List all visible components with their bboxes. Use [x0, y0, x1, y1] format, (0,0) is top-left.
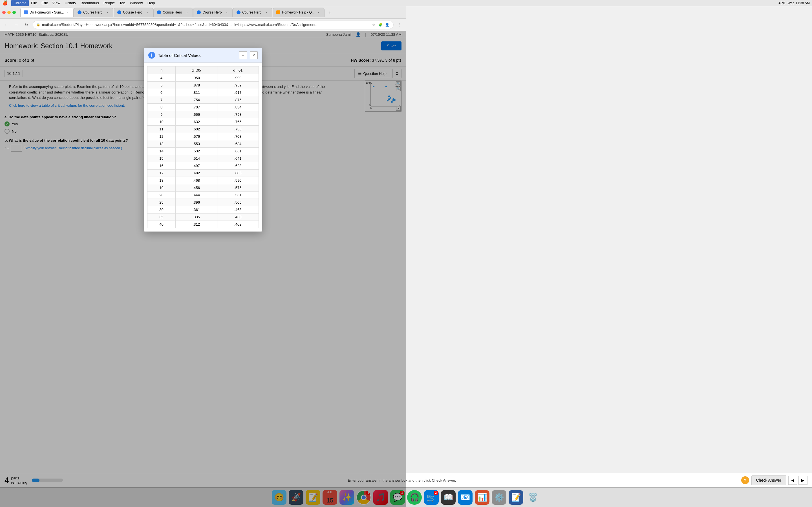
menubar-chrome[interactable]: Chrome [11, 0, 29, 6]
menubar-edit[interactable]: Edit [39, 0, 50, 6]
menubar-tab[interactable]: Tab [117, 0, 128, 6]
col-alpha01: .623 [217, 162, 259, 170]
menubar-history[interactable]: History [63, 0, 79, 6]
col-n: 15 [147, 155, 175, 162]
table-row: 20.444.561 [147, 191, 259, 199]
tab-label-4: Course Hero [163, 10, 183, 14]
col-header-alpha01: α=.01 [217, 66, 259, 74]
col-alpha05: .361 [175, 206, 217, 214]
tab-close-6[interactable]: × [264, 10, 269, 15]
profile-icon[interactable]: 👤 [384, 22, 390, 27]
col-n: 8 [147, 104, 175, 111]
col-alpha01: .561 [217, 191, 259, 199]
table-row: 19.456.575 [147, 184, 259, 191]
new-tab-button[interactable]: + [326, 9, 334, 17]
tab-favicon-1 [24, 10, 28, 14]
table-row: 25.396.505 [147, 199, 259, 206]
maximize-window-button[interactable] [12, 11, 16, 14]
menubar-file[interactable]: File [29, 0, 39, 6]
col-header-alpha05: α=.05 [175, 66, 217, 74]
col-n: 6 [147, 89, 175, 96]
col-n: 20 [147, 191, 175, 199]
col-n: 12 [147, 133, 175, 140]
browser-tab-2[interactable]: Course Hero × [74, 8, 113, 17]
tab-favicon-5 [197, 10, 201, 14]
browser-tab-6[interactable]: Course Hero × [233, 8, 272, 17]
browser-tab-4[interactable]: Course Hero × [153, 8, 193, 17]
col-n: 13 [147, 140, 175, 148]
table-row: 17.482.606 [147, 170, 259, 177]
col-alpha05: .576 [175, 133, 217, 140]
table-row: 12.576.708 [147, 133, 259, 140]
col-alpha01: .735 [217, 126, 259, 133]
col-alpha05: .950 [175, 74, 217, 82]
back-button[interactable]: ← [2, 21, 10, 29]
col-n: 4 [147, 74, 175, 82]
browser-tab-5[interactable]: Course Hero × [193, 8, 233, 17]
table-row: 10.632.765 [147, 118, 259, 126]
modal-minimize-button[interactable]: − [239, 51, 247, 59]
table-row: 6.811.917 [147, 89, 259, 96]
col-alpha05: .532 [175, 148, 217, 155]
modal-title: Table of Critical Values [158, 53, 236, 58]
modal-info-icon: i [148, 52, 155, 59]
col-n: 19 [147, 184, 175, 191]
modal-overlay: i Table of Critical Values − × n α=.05 α… [0, 31, 406, 507]
address-bar[interactable]: 🔒 mathxl.com/Student/PlayerHomework.aspx… [33, 20, 394, 29]
forward-button[interactable]: → [12, 21, 20, 29]
col-alpha05: .632 [175, 118, 217, 126]
tab-label-2: Course Hero [83, 10, 103, 14]
critical-values-table: n α=.05 α=.01 4.950.9905.878.9596.811.91… [147, 66, 259, 228]
col-alpha01: .661 [217, 148, 259, 155]
table-row: 9.666.798 [147, 111, 259, 118]
col-alpha01: .990 [217, 74, 259, 82]
bookmark-icon[interactable]: ☆ [371, 22, 376, 27]
col-alpha05: .456 [175, 184, 217, 191]
table-row: 5.878.959 [147, 82, 259, 89]
modal-body: n α=.05 α=.01 4.950.9905.878.9596.811.91… [144, 63, 262, 231]
table-row: 7.754.875 [147, 96, 259, 104]
col-header-n: n [147, 66, 175, 74]
tab-close-5[interactable]: × [224, 10, 229, 15]
col-alpha05: .754 [175, 96, 217, 104]
tab-close-7[interactable]: × [316, 10, 321, 15]
tab-label-1: Do Homework - Sum... [30, 10, 64, 14]
table-row: 18.468.590 [147, 177, 259, 184]
col-n: 7 [147, 96, 175, 104]
col-alpha01: .575 [217, 184, 259, 191]
more-options-button[interactable]: ⋮ [396, 21, 404, 29]
tab-close-3[interactable]: × [145, 10, 149, 15]
refresh-button[interactable]: ↻ [22, 21, 31, 29]
tab-favicon-6 [237, 10, 241, 14]
browser-tab-7[interactable]: Homework Help - Q... × [273, 8, 324, 17]
col-alpha05: .482 [175, 170, 217, 177]
tab-close-1[interactable]: × [65, 10, 70, 15]
extension-icon[interactable]: 🧩 [377, 22, 383, 27]
col-alpha01: .875 [217, 96, 259, 104]
minimize-window-button[interactable] [7, 11, 11, 14]
table-row: 8.707.834 [147, 104, 259, 111]
col-alpha01: .590 [217, 177, 259, 184]
tab-close-4[interactable]: × [185, 10, 189, 15]
menubar-people[interactable]: People [101, 0, 117, 6]
tab-close-2[interactable]: × [105, 10, 110, 15]
browser-tab-3[interactable]: Course Hero × [114, 8, 153, 17]
close-window-button[interactable] [2, 11, 6, 14]
tab-label-6: Course Hero [242, 10, 262, 14]
col-n: 11 [147, 126, 175, 133]
col-n: 14 [147, 148, 175, 155]
col-alpha05: .514 [175, 155, 217, 162]
modal-close-button[interactable]: × [250, 51, 258, 59]
menubar-view[interactable]: View [50, 0, 63, 6]
tab-favicon-7 [276, 10, 280, 14]
browser-tab-1[interactable]: Do Homework - Sum... × [20, 8, 73, 17]
col-n: 9 [147, 111, 175, 118]
table-row: 13.553.684 [147, 140, 259, 148]
table-row: 15.514.641 [147, 155, 259, 162]
table-row: 40.312.402 [147, 221, 259, 228]
menubar-help[interactable]: Help [145, 0, 157, 6]
menubar-bookmarks[interactable]: Bookmarks [79, 0, 101, 6]
table-row: 30.361.463 [147, 206, 259, 214]
apple-menu[interactable]: 🍎 [2, 0, 8, 6]
menubar-window[interactable]: Window [128, 0, 145, 6]
